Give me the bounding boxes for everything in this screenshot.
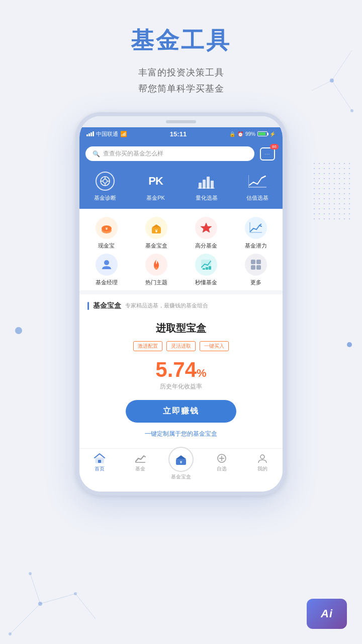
content-area: ¥ 现金宝 ¥ 基金宝盒: [79, 209, 283, 448]
charging-icon: ⚡: [269, 131, 276, 137]
svg-rect-42: [256, 260, 261, 264]
fundbox-icon: ¥: [145, 217, 167, 239]
tool-label-diagnosis: 基金诊断: [94, 194, 116, 202]
nav-item-mine[interactable]: 我的: [242, 453, 283, 487]
diagnosis-icon-wrap: [94, 171, 117, 191]
hot-icon: [145, 254, 167, 276]
fund-tags: 激进配置 灵活进取 一键买入: [87, 341, 275, 351]
menu-item-highscore[interactable]: 高分基金: [183, 217, 229, 250]
fund-rate-label: 历史年化收益率: [87, 382, 275, 391]
battery-text: 99%: [245, 131, 255, 137]
tool-label-valuation: 估值选基: [246, 194, 268, 202]
phone-top-bar: [79, 116, 283, 127]
nav-label-home: 首页: [95, 465, 105, 472]
status-time: 15:11: [170, 130, 187, 138]
nav-label-mine: 我的: [257, 465, 267, 472]
svg-rect-22: [211, 181, 214, 189]
fundbox-center-icon: ¥: [168, 447, 194, 472]
svg-rect-38: [209, 266, 211, 270]
fund-earn-button[interactable]: 立即赚钱: [126, 400, 236, 423]
fund-rate: 5.74%: [87, 359, 275, 380]
tool-label-pk: 基金PK: [146, 194, 165, 202]
svg-rect-46: [98, 460, 101, 463]
svg-point-7: [9, 632, 12, 635]
nav-item-fund[interactable]: 基金: [120, 453, 161, 487]
menu-label-potential: 基金潜力: [245, 242, 267, 250]
more-icon: [245, 254, 267, 276]
fund-card-title: 进取型宝盒: [87, 321, 275, 335]
menu-item-hot[interactable]: 热门主题: [133, 254, 179, 286]
svg-text:¥: ¥: [105, 226, 108, 231]
status-left: 中国联通 📶: [86, 130, 127, 138]
nav-label-fundbox-center: 基金宝盒: [171, 473, 191, 480]
nav-label-watchlist: 自选: [217, 465, 227, 472]
fund-box-section: 基金宝盒 专家精品选基，最赚钱的基金组合 进取型宝盒 激进配置 灵活进取 一键买…: [79, 294, 283, 448]
section-title: 基金宝盒: [93, 301, 121, 310]
nav-item-fundbox-center[interactable]: ¥ 基金宝盒: [161, 447, 202, 480]
svg-text:¥: ¥: [180, 460, 183, 464]
svg-line-3: [75, 594, 96, 619]
mine-nav-icon: [256, 453, 268, 464]
fund-tag-0: 激进配置: [133, 341, 162, 351]
page-header: 基金工具 丰富的投资决策工具 帮您简单科学买基金: [0, 0, 362, 112]
svg-point-53: [260, 455, 264, 459]
carrier-name: 中国联通: [96, 130, 118, 138]
nav-label-fund: 基金: [135, 465, 145, 472]
svg-point-5: [74, 592, 77, 595]
search-icon: 🔍: [93, 150, 100, 157]
menu-label-hot: 热门主题: [145, 279, 167, 286]
message-badge: 86: [270, 144, 279, 149]
menu-label-more: 更多: [250, 279, 261, 286]
message-button[interactable]: 86: [258, 145, 277, 163]
svg-rect-44: [256, 265, 261, 270]
alarm-icon: ⏰: [237, 131, 243, 137]
menu-item-fundbox[interactable]: ¥ 基金宝盒: [133, 217, 179, 250]
section-desc: 专家精品选基，最赚钱的基金组合: [125, 302, 208, 309]
svg-point-6: [29, 572, 32, 575]
fund-nav-icon: [134, 453, 146, 464]
quant-icon-wrap: [195, 171, 218, 191]
pk-icon: PK: [148, 175, 163, 188]
status-right: 🔒 ⏰ 99% ⚡: [229, 131, 276, 137]
menu-label-fundbox: 基金宝盒: [145, 242, 167, 250]
menu-label-learn: 秒懂基金: [195, 279, 217, 286]
lock-icon: 🔒: [229, 131, 235, 137]
ai-badge: Ai: [307, 599, 347, 629]
section-divider: [79, 290, 283, 294]
svg-line-1: [40, 594, 75, 604]
section-header: 基金宝盒 专家精品选基，最赚钱的基金组合: [79, 294, 283, 314]
potential-icon: [245, 217, 267, 239]
section-bar: [87, 302, 89, 310]
nav-item-home[interactable]: 首页: [79, 453, 120, 487]
search-input-wrap[interactable]: 🔍 查查你买的基金怎么样: [85, 146, 254, 161]
svg-rect-19: [199, 183, 202, 189]
bottom-nav: 首页 基金 ¥: [79, 448, 283, 492]
menu-item-manager[interactable]: 基金经理: [83, 254, 129, 286]
menu-item-more[interactable]: 更多: [233, 254, 279, 286]
trend-icon: [248, 174, 266, 188]
menu-item-cash[interactable]: ¥ 现金宝: [83, 217, 129, 250]
svg-rect-43: [251, 265, 255, 270]
cash-icon: ¥: [96, 217, 118, 239]
brain-icon: [96, 172, 115, 191]
menu-item-potential[interactable]: 基金潜力: [233, 217, 279, 250]
menu-label-manager: 基金经理: [96, 279, 118, 286]
fund-custom-link[interactable]: 一键定制属于您的基金宝盒: [87, 430, 275, 438]
phone-speaker: [166, 120, 196, 123]
highscore-icon: [195, 217, 217, 239]
learn-icon: [195, 254, 217, 276]
tool-item-diagnosis[interactable]: 基金诊断: [79, 171, 130, 202]
svg-text:¥: ¥: [155, 228, 157, 233]
menu-item-learn[interactable]: 秒懂基金: [183, 254, 229, 286]
pk-icon-wrap: PK: [144, 171, 167, 191]
tool-item-pk[interactable]: PK 基金PK: [130, 171, 181, 202]
manager-icon: [96, 254, 118, 276]
tool-item-valuation[interactable]: 估值选基: [232, 171, 283, 202]
status-bar: 中国联通 📶 15:11 🔒 ⏰ 99% ⚡: [79, 127, 283, 141]
nav-item-watchlist[interactable]: 自选: [201, 453, 242, 487]
svg-point-36: [155, 267, 158, 269]
page-subtitle: 丰富的投资决策工具 帮您简单科学买基金: [0, 64, 362, 97]
grid-menu: ¥ 现金宝 ¥ 基金宝盒: [79, 209, 283, 290]
tool-item-quant[interactable]: 量化选基: [181, 171, 232, 202]
fund-card: 进取型宝盒 激进配置 灵活进取 一键买入 5.74% 历史年化收益率 立即赚钱 …: [79, 314, 283, 448]
